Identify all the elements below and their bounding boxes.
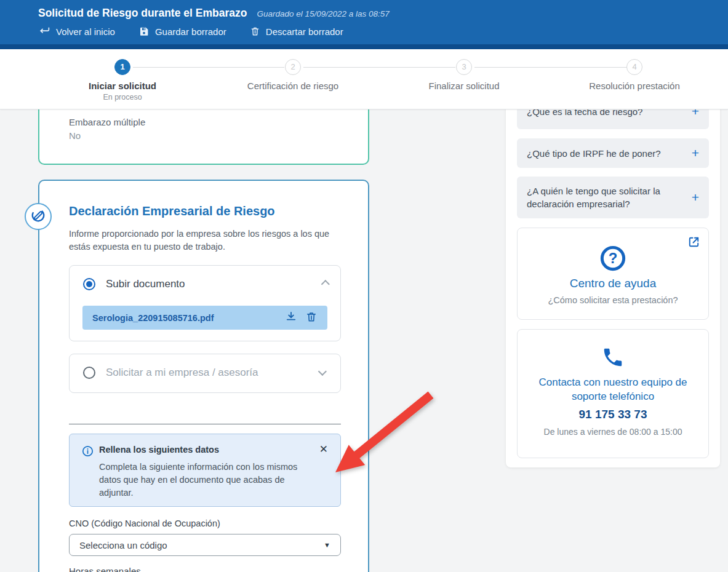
faq-item-declaracion-empresarial[interactable]: ¿A quién le tengo que solicitar la decla…	[517, 177, 709, 218]
app-header: Solicitud de Riesgo durante el Embarazo …	[0, 0, 728, 49]
hours-field-label: Horas semanales	[69, 566, 141, 572]
return-arrow-icon	[38, 26, 50, 37]
save-icon	[138, 26, 150, 37]
cno-select[interactable]: Selecciona un código ▼	[69, 534, 341, 556]
step-finalizar-solicitud[interactable]: 3 Finalizar solicitud	[390, 59, 538, 91]
declaration-card: Declaración Empresarial de Riesgo Inform…	[38, 180, 369, 572]
step-number: 1	[114, 59, 130, 75]
close-icon[interactable]: ✕	[319, 443, 328, 456]
save-draft-label: Guardar borrador	[155, 26, 226, 37]
alert-body: Completa la siguiente información con lo…	[99, 461, 303, 499]
chevron-down-icon[interactable]	[318, 367, 327, 376]
upload-radio[interactable]	[83, 278, 95, 290]
request-radio[interactable]	[83, 367, 95, 379]
help-sidebar: ¿Qué es la fecha de riesgo? + ¿Qué tipo …	[506, 86, 720, 467]
step-number: 3	[456, 59, 472, 75]
alert-title: Rellena los siguientes datos	[99, 445, 219, 455]
chevron-up-icon[interactable]	[321, 280, 330, 288]
step-number: 2	[285, 59, 301, 75]
help-center-title[interactable]: Centro de ayuda	[518, 277, 708, 290]
step-status: En proceso	[49, 93, 196, 101]
edit-section-badge	[25, 203, 52, 230]
discard-draft-label: Descartar borrador	[266, 26, 343, 37]
saved-status: Guardado el 15/09/2022 a las 08:57	[257, 9, 389, 18]
phone-number[interactable]: 91 175 33 73	[518, 408, 708, 421]
header-toolbar: Volver al inicio Guardar borrador	[38, 26, 343, 37]
faq-item-irpf[interactable]: ¿Qué tipo de IRPF he de poner? +	[517, 138, 709, 168]
step-label: Iniciar solicitud	[49, 81, 196, 91]
uploaded-file-name: Serologia_220915085716.pdf	[92, 313, 285, 323]
section-divider	[69, 424, 341, 424]
phone-support-title: Contacta con nuestro equipo de soporte t…	[536, 375, 690, 403]
help-center-card[interactable]: ? Centro de ayuda ¿Cómo solicitar esta p…	[517, 228, 709, 320]
step-label: Resolución prestación	[561, 81, 708, 91]
back-to-home-label: Volver al inicio	[56, 26, 115, 37]
phone-hours: De lunes a viernes de 08:00 a 15:00	[518, 427, 708, 437]
plus-icon[interactable]: +	[692, 146, 699, 161]
summary-field-label: Embarazo múltiple	[69, 117, 145, 127]
save-draft-button[interactable]: Guardar borrador	[138, 26, 226, 37]
phone-icon	[601, 346, 625, 370]
discard-draft-button[interactable]: Descartar borrador	[250, 26, 343, 37]
faq-question: ¿Qué tipo de IRPF he de poner?	[527, 147, 682, 160]
external-link-icon[interactable]	[687, 235, 701, 252]
trash-icon	[250, 26, 260, 37]
faq-question: ¿A quién le tengo que solicitar la decla…	[527, 185, 682, 210]
step-number: 4	[626, 59, 642, 75]
cno-field-label: CNO (Código Nacional de Ocupación)	[69, 518, 220, 528]
step-label: Certificación de riesgo	[219, 81, 367, 91]
help-center-subtitle: ¿Cómo solicitar esta prestación?	[518, 295, 708, 305]
uploaded-file-chip: Serologia_220915085716.pdf	[82, 306, 327, 330]
upload-option-label: Subir documento	[106, 278, 310, 290]
request-option-label: Solicitar a mi empresa / asesoría	[106, 367, 310, 379]
page: Embarazo múltiple No Declaración Empresa…	[0, 0, 728, 572]
upload-document-option[interactable]: Subir documento Serologia_220915085716.p…	[69, 265, 341, 341]
step-label: Finalizar solicitud	[390, 81, 538, 91]
plus-icon[interactable]: +	[692, 190, 699, 205]
declaration-title: Declaración Empresarial de Riesgo	[69, 204, 275, 218]
select-caret-icon: ▼	[324, 541, 330, 549]
step-resolucion-prestacion[interactable]: 4 Resolución prestación	[561, 59, 708, 91]
request-company-option[interactable]: Solicitar a mi empresa / asesoría	[69, 354, 341, 393]
page-title: Solicitud de Riesgo durante el Embarazo	[38, 7, 247, 20]
edit-pencil-icon	[30, 207, 46, 226]
info-icon	[81, 445, 94, 460]
step-certificacion-riesgo[interactable]: 2 Certificación de riesgo	[219, 59, 367, 91]
phone-support-card: Contacta con nuestro equipo de soporte t…	[517, 329, 709, 458]
download-icon[interactable]	[285, 311, 297, 325]
back-to-home-button[interactable]: Volver al inicio	[38, 26, 115, 37]
summary-field-value: No	[69, 130, 81, 141]
question-circle-icon: ?	[599, 244, 627, 272]
cno-select-value: Selecciona un código	[79, 540, 324, 550]
delete-file-icon[interactable]	[305, 311, 318, 325]
svg-text:?: ?	[609, 250, 618, 266]
step-iniciar-solicitud[interactable]: 1 Iniciar solicitud En proceso	[49, 59, 196, 101]
info-alert: Rellena los siguientes datos Completa la…	[69, 434, 341, 507]
header-accent-strip	[0, 44, 728, 49]
declaration-description: Informe proporcionado por la empresa sob…	[69, 228, 345, 253]
stepper: 1 Iniciar solicitud En proceso 2 Certifi…	[0, 49, 728, 109]
